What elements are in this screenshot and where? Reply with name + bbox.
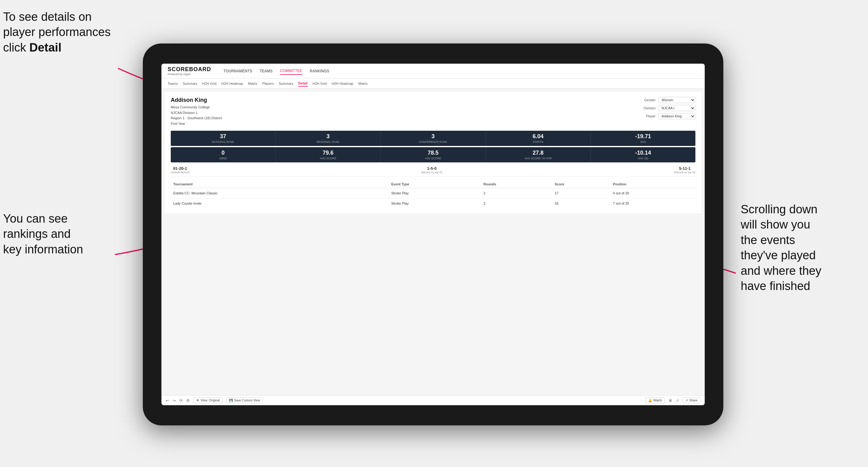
row1-score: 17 [552, 188, 610, 198]
stat-conference-rank-label: Conference Rank [384, 141, 482, 144]
view-original-icon: 👁 [196, 399, 199, 402]
player-division: NJCAA Division 1 [171, 110, 222, 116]
stat-regional-rank-label: Regional Rank [279, 141, 377, 144]
tablet-screen: SCOREBOARD Powered by clippd TOURNAMENTS… [161, 64, 705, 405]
annotation-bottom-left-3: key information [3, 243, 83, 256]
bottom-toolbar: ↩ ↪ ⟳ ⚙ 👁 View: Original 💾 Save Custom V… [161, 395, 705, 405]
gender-label: Gender [644, 98, 656, 102]
stat-avg-sg-label: Avg SG [594, 157, 692, 160]
nav-committee[interactable]: COMMITTEE [280, 67, 302, 75]
app-header: SCOREBOARD Powered by clippd TOURNAMENTS… [161, 64, 705, 79]
powered-by: Powered by clippd [168, 73, 211, 76]
view-original-label: View: Original [200, 399, 220, 402]
sub-nav-detail[interactable]: Detail [298, 81, 308, 87]
stat-sos: -19.71 SoS [591, 131, 695, 146]
stat-avg-score-par-label: Avg Score to Par [489, 157, 587, 160]
sub-nav-matrix[interactable]: Matrix [248, 81, 257, 86]
watch-button[interactable]: 🔔 Watch [645, 398, 665, 403]
nav-rankings[interactable]: RANKINGS [310, 68, 330, 74]
row2-event-type: Stroke Play [389, 198, 481, 209]
tablet: SCOREBOARD Powered by clippd TOURNAMENTS… [143, 43, 723, 426]
watch-icon: 🔔 [648, 399, 652, 402]
record-overall-label: Overall Record [171, 171, 189, 174]
stat-avg-score-value: 79.6 [279, 150, 377, 156]
annotation-top-left-bold: Detail [29, 41, 61, 54]
player-label: Player [646, 114, 656, 118]
save-custom-label: Save Custom View [234, 399, 260, 402]
division-select[interactable]: NJCAA I NJCAA II [658, 105, 695, 111]
stat-national-rank-label: National Rank [174, 141, 272, 144]
screen-icon[interactable]: 🖥 [669, 398, 672, 403]
col-position: Position [610, 180, 695, 188]
stat-wins-value: 0 [174, 150, 272, 156]
nav-teams[interactable]: TEAMS [259, 68, 272, 74]
stat-sos-label: SoS [594, 141, 692, 144]
stat-points-value: 6.04 [489, 133, 587, 140]
stat-adj-score-label: Adj Score [384, 157, 482, 160]
refresh-icon[interactable]: ⟳ [180, 398, 183, 403]
sub-nav-players[interactable]: Players [262, 81, 274, 86]
row1-spacer [369, 188, 389, 198]
sub-nav-teams[interactable]: Teams [168, 81, 178, 86]
row2-tournament: Lady Coyote Invite [171, 198, 369, 209]
annotation-right-3: the events [741, 234, 795, 247]
gender-control: Gender Women Men [644, 97, 695, 103]
gender-select[interactable]: Women Men [658, 97, 695, 103]
record-top25-value: 1-5-0 [421, 166, 442, 171]
expand-icon[interactable]: ⤢ [676, 398, 679, 403]
row2-rounds: 2 [481, 198, 552, 209]
nav-tournaments[interactable]: TOURNAMENTS [223, 68, 252, 74]
record-overall-value: 91-20-1 [171, 166, 189, 171]
annotation-bottom-left-1: You can see [3, 212, 68, 225]
view-original-button[interactable]: 👁 View: Original [193, 398, 223, 403]
sub-nav-h2h-heatmap2[interactable]: H2H Heatmap [332, 81, 353, 86]
stats-row-2: 0 Wins 79.6 Avg Score 78.5 Adj Score 27.… [171, 147, 695, 162]
sub-nav: Teams Summary H2H Grid H2H Heatmap Matri… [161, 79, 705, 89]
stat-conference-rank: 3 Conference Rank [381, 131, 486, 146]
annotation-right-6: have finished [741, 279, 810, 292]
annotation-top-left: To see details on player performances cl… [3, 9, 121, 55]
record-top25-label: Record vs top 25 [421, 171, 442, 174]
sub-nav-matrix2[interactable]: Matrix [358, 81, 368, 86]
main-nav: TOURNAMENTS TEAMS COMMITTEE RANKINGS [223, 67, 329, 75]
annotation-bottom-left-2: rankings and [3, 227, 71, 240]
player-region: Region 1 - Southwest (18) District [171, 116, 222, 121]
stat-regional-rank-value: 3 [279, 133, 377, 140]
player-select[interactable]: Addison King [658, 113, 695, 119]
stat-national-rank-value: 37 [174, 133, 272, 140]
row2-spacer [369, 198, 389, 209]
share-button[interactable]: ↗ Share [683, 398, 700, 403]
table-header-row: Tournament Event Type Rounds Score Posit… [171, 180, 695, 188]
save-custom-button[interactable]: 💾 Save Custom View [226, 398, 263, 403]
player-controls: Gender Women Men Division NJCAA I NJCAA … [644, 97, 695, 119]
annotation-right-1: Scrolling down [741, 203, 817, 216]
row1-event-type: Stroke Play [389, 188, 481, 198]
sub-nav-h2h-heatmap[interactable]: H2H Heatmap [221, 81, 243, 86]
main-content[interactable]: Addison King Mesa Community College NJCA… [161, 89, 705, 395]
row1-position: 4 out of 20 [610, 188, 695, 198]
logo-text: SCOREBOARD [168, 66, 211, 73]
annotation-right-5: and where they [741, 264, 822, 277]
sub-nav-h2h-grid[interactable]: H2H Grid [202, 81, 216, 86]
sub-nav-h2h-grid2[interactable]: H2H Grid [313, 81, 327, 86]
division-label: Division [644, 106, 656, 110]
share-label: Share [689, 399, 698, 402]
records-row: 91-20-1 Overall Record 1-5-0 Record vs t… [171, 164, 695, 177]
record-top50-value: 5-11-1 [674, 166, 695, 171]
col-rounds: Rounds [481, 180, 552, 188]
undo-icon[interactable]: ↩ [166, 398, 169, 403]
col-event-type: Event Type [389, 180, 481, 188]
stat-avg-sg: -10.14 Avg SG [591, 147, 695, 162]
redo-icon[interactable]: ↪ [173, 398, 176, 403]
sub-nav-summary2[interactable]: Summary [279, 81, 293, 86]
tournament-table: Tournament Event Type Rounds Score Posit… [171, 180, 695, 208]
sub-nav-summary[interactable]: Summary [183, 81, 197, 86]
settings-icon[interactable]: ⚙ [186, 398, 190, 403]
stat-avg-sg-value: -10.14 [594, 150, 692, 156]
content-panel: Addison King Mesa Community College NJCA… [164, 92, 702, 213]
row1-rounds: 2 [481, 188, 552, 198]
player-school: Mesa Community College [171, 105, 222, 110]
player-header: Addison King Mesa Community College NJCA… [171, 97, 695, 126]
stat-avg-score: 79.6 Avg Score [276, 147, 381, 162]
stat-avg-score-label: Avg Score [279, 157, 377, 160]
